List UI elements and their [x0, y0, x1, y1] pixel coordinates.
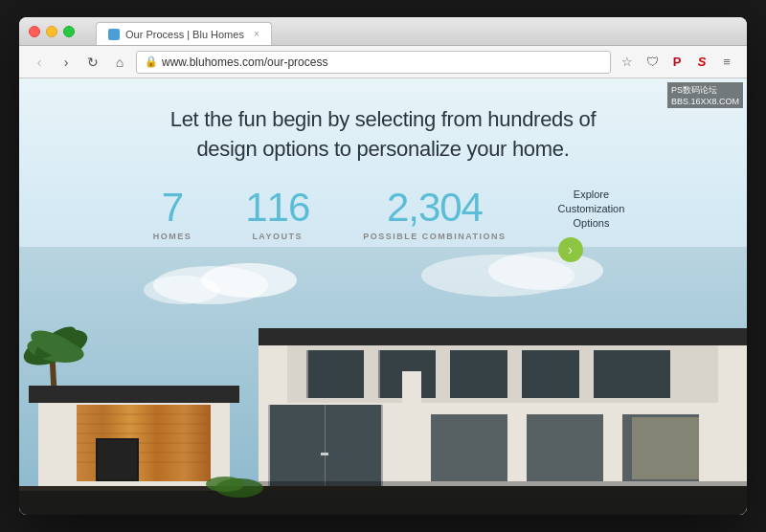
- tab-favicon: [108, 29, 120, 40]
- svg-rect-27: [450, 350, 507, 398]
- menu-button[interactable]: ≡: [716, 52, 737, 73]
- house-image: [19, 247, 747, 515]
- stat-combinations: 2,304 POSSIBLE COMBINATIONS: [336, 188, 532, 241]
- save-button[interactable]: S: [691, 52, 712, 73]
- address-bar[interactable]: 🔒 www.bluhomes.com/our-process: [136, 51, 611, 74]
- minimize-button[interactable]: [46, 26, 57, 37]
- text-section: Let the fun begin by selecting from hund…: [19, 78, 747, 281]
- url-text: www.bluhomes.com/our-process: [162, 55, 327, 69]
- svg-rect-12: [29, 386, 239, 403]
- title-bar: Our Process | Blu Homes ×: [19, 17, 747, 46]
- svg-rect-30: [306, 350, 308, 398]
- stat-layouts: 116 LAYOUTS: [218, 188, 336, 241]
- cta-section: Explore Customization Options ›: [543, 188, 641, 262]
- svg-rect-29: [594, 350, 670, 398]
- stat-layouts-number: 116: [245, 188, 309, 228]
- stat-combinations-number: 2,304: [363, 188, 506, 228]
- stat-homes-number: 7: [153, 188, 192, 228]
- address-lock-icon: 🔒: [145, 55, 158, 68]
- watermark: PS数码论坛 BBS.16XX8.COM: [667, 82, 743, 108]
- pinterest-button[interactable]: P: [666, 52, 687, 73]
- home-button[interactable]: ⌂: [109, 52, 130, 73]
- hero-section: Let the fun begin by selecting from hund…: [19, 78, 747, 515]
- svg-rect-41: [19, 488, 747, 515]
- svg-point-46: [206, 477, 244, 492]
- page-content: Let the fun begin by selecting from hund…: [19, 78, 747, 515]
- svg-rect-38: [527, 414, 603, 481]
- hero-headline: Let the fun begin by selecting from hund…: [96, 105, 670, 165]
- tab-title: Our Process | Blu Homes: [125, 29, 244, 40]
- cta-text: Explore Customization Options: [558, 188, 625, 232]
- nav-bar: ‹ › ↻ ⌂ 🔒 www.bluhomes.com/our-process ☆…: [19, 46, 747, 78]
- stat-layouts-label: LAYOUTS: [245, 232, 309, 241]
- tab-close-button[interactable]: ×: [254, 29, 259, 39]
- shield-button[interactable]: 🛡: [642, 52, 663, 73]
- stat-homes: 7 HOMES: [126, 188, 219, 241]
- stats-row: 7 HOMES 116 LAYOUTS 2,304 POSSIBLE COMBI…: [96, 188, 670, 262]
- browser-window: Our Process | Blu Homes × ‹ › ↻ ⌂ 🔒 www.…: [19, 17, 747, 515]
- active-tab[interactable]: Our Process | Blu Homes ×: [96, 22, 272, 45]
- svg-rect-37: [431, 414, 507, 481]
- refresh-button[interactable]: ↻: [82, 52, 103, 73]
- svg-rect-44: [632, 417, 699, 479]
- svg-rect-25: [306, 350, 364, 398]
- svg-rect-23: [259, 328, 747, 345]
- cta-arrow-button[interactable]: ›: [558, 237, 583, 262]
- bookmark-button[interactable]: ☆: [617, 52, 638, 73]
- close-button[interactable]: [29, 26, 40, 37]
- maximize-button[interactable]: [63, 26, 75, 37]
- stat-combinations-label: POSSIBLE COMBINATIONS: [363, 232, 506, 241]
- stat-homes-label: HOMES: [153, 232, 192, 241]
- svg-rect-36: [321, 453, 328, 455]
- back-button[interactable]: ‹: [29, 52, 50, 73]
- tab-bar: Our Process | Blu Homes ×: [96, 17, 272, 45]
- svg-rect-31: [378, 350, 380, 398]
- forward-button[interactable]: ›: [56, 52, 77, 73]
- svg-rect-28: [522, 350, 579, 398]
- nav-actions: ☆ 🛡 P S ≡: [617, 52, 737, 73]
- svg-rect-21: [98, 440, 137, 479]
- svg-rect-43: [259, 481, 747, 491]
